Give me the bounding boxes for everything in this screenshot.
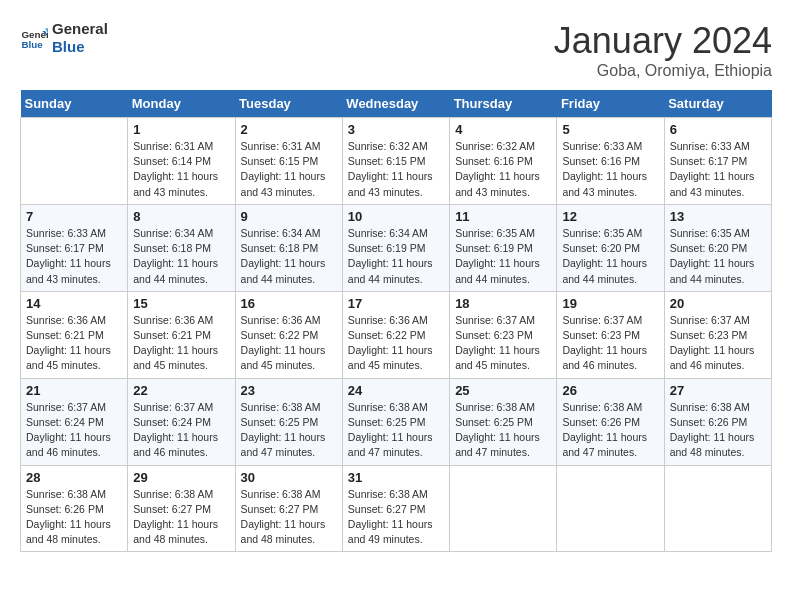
day-cell: 24 Sunrise: 6:38 AM Sunset: 6:25 PM Dayl… <box>342 378 449 465</box>
day-number: 7 <box>26 209 122 224</box>
day-number: 9 <box>241 209 337 224</box>
day-cell: 3 Sunrise: 6:32 AM Sunset: 6:15 PM Dayli… <box>342 118 449 205</box>
day-cell: 6 Sunrise: 6:33 AM Sunset: 6:17 PM Dayli… <box>664 118 771 205</box>
day-number: 23 <box>241 383 337 398</box>
day-info: Sunrise: 6:34 AM Sunset: 6:18 PM Dayligh… <box>241 226 337 287</box>
day-number: 4 <box>455 122 551 137</box>
day-cell: 15 Sunrise: 6:36 AM Sunset: 6:21 PM Dayl… <box>128 291 235 378</box>
logo: General Blue General Blue <box>20 20 108 56</box>
day-info: Sunrise: 6:37 AM Sunset: 6:24 PM Dayligh… <box>133 400 229 461</box>
day-info: Sunrise: 6:33 AM Sunset: 6:17 PM Dayligh… <box>670 139 766 200</box>
day-info: Sunrise: 6:35 AM Sunset: 6:20 PM Dayligh… <box>562 226 658 287</box>
day-cell: 9 Sunrise: 6:34 AM Sunset: 6:18 PM Dayli… <box>235 204 342 291</box>
day-cell: 18 Sunrise: 6:37 AM Sunset: 6:23 PM Dayl… <box>450 291 557 378</box>
day-number: 13 <box>670 209 766 224</box>
day-number: 12 <box>562 209 658 224</box>
header-saturday: Saturday <box>664 90 771 118</box>
day-number: 20 <box>670 296 766 311</box>
day-cell: 17 Sunrise: 6:36 AM Sunset: 6:22 PM Dayl… <box>342 291 449 378</box>
day-info: Sunrise: 6:34 AM Sunset: 6:19 PM Dayligh… <box>348 226 444 287</box>
day-info: Sunrise: 6:38 AM Sunset: 6:26 PM Dayligh… <box>562 400 658 461</box>
day-cell: 28 Sunrise: 6:38 AM Sunset: 6:26 PM Dayl… <box>21 465 128 552</box>
day-cell <box>450 465 557 552</box>
day-info: Sunrise: 6:38 AM Sunset: 6:26 PM Dayligh… <box>670 400 766 461</box>
day-info: Sunrise: 6:38 AM Sunset: 6:27 PM Dayligh… <box>348 487 444 548</box>
day-number: 26 <box>562 383 658 398</box>
day-cell: 1 Sunrise: 6:31 AM Sunset: 6:14 PM Dayli… <box>128 118 235 205</box>
day-cell: 16 Sunrise: 6:36 AM Sunset: 6:22 PM Dayl… <box>235 291 342 378</box>
day-cell: 11 Sunrise: 6:35 AM Sunset: 6:19 PM Dayl… <box>450 204 557 291</box>
calendar-table: Sunday Monday Tuesday Wednesday Thursday… <box>20 90 772 552</box>
day-info: Sunrise: 6:32 AM Sunset: 6:16 PM Dayligh… <box>455 139 551 200</box>
day-number: 5 <box>562 122 658 137</box>
day-info: Sunrise: 6:38 AM Sunset: 6:25 PM Dayligh… <box>348 400 444 461</box>
header-wednesday: Wednesday <box>342 90 449 118</box>
day-cell: 27 Sunrise: 6:38 AM Sunset: 6:26 PM Dayl… <box>664 378 771 465</box>
day-number: 17 <box>348 296 444 311</box>
header-thursday: Thursday <box>450 90 557 118</box>
day-cell: 29 Sunrise: 6:38 AM Sunset: 6:27 PM Dayl… <box>128 465 235 552</box>
location: Goba, Oromiya, Ethiopia <box>554 62 772 80</box>
day-cell: 22 Sunrise: 6:37 AM Sunset: 6:24 PM Dayl… <box>128 378 235 465</box>
day-info: Sunrise: 6:31 AM Sunset: 6:14 PM Dayligh… <box>133 139 229 200</box>
day-number: 16 <box>241 296 337 311</box>
day-info: Sunrise: 6:37 AM Sunset: 6:24 PM Dayligh… <box>26 400 122 461</box>
day-number: 10 <box>348 209 444 224</box>
day-cell: 26 Sunrise: 6:38 AM Sunset: 6:26 PM Dayl… <box>557 378 664 465</box>
day-info: Sunrise: 6:33 AM Sunset: 6:17 PM Dayligh… <box>26 226 122 287</box>
day-number: 11 <box>455 209 551 224</box>
day-cell: 10 Sunrise: 6:34 AM Sunset: 6:19 PM Dayl… <box>342 204 449 291</box>
day-info: Sunrise: 6:31 AM Sunset: 6:15 PM Dayligh… <box>241 139 337 200</box>
day-number: 25 <box>455 383 551 398</box>
day-cell: 13 Sunrise: 6:35 AM Sunset: 6:20 PM Dayl… <box>664 204 771 291</box>
day-number: 30 <box>241 470 337 485</box>
header-monday: Monday <box>128 90 235 118</box>
day-number: 3 <box>348 122 444 137</box>
week-row-2: 14 Sunrise: 6:36 AM Sunset: 6:21 PM Dayl… <box>21 291 772 378</box>
header-row: Sunday Monday Tuesday Wednesday Thursday… <box>21 90 772 118</box>
day-info: Sunrise: 6:38 AM Sunset: 6:27 PM Dayligh… <box>241 487 337 548</box>
day-number: 21 <box>26 383 122 398</box>
day-info: Sunrise: 6:38 AM Sunset: 6:27 PM Dayligh… <box>133 487 229 548</box>
day-number: 1 <box>133 122 229 137</box>
day-cell: 12 Sunrise: 6:35 AM Sunset: 6:20 PM Dayl… <box>557 204 664 291</box>
day-cell <box>664 465 771 552</box>
day-cell: 2 Sunrise: 6:31 AM Sunset: 6:15 PM Dayli… <box>235 118 342 205</box>
day-number: 18 <box>455 296 551 311</box>
day-number: 2 <box>241 122 337 137</box>
day-cell: 21 Sunrise: 6:37 AM Sunset: 6:24 PM Dayl… <box>21 378 128 465</box>
header-tuesday: Tuesday <box>235 90 342 118</box>
day-info: Sunrise: 6:36 AM Sunset: 6:21 PM Dayligh… <box>133 313 229 374</box>
week-row-1: 7 Sunrise: 6:33 AM Sunset: 6:17 PM Dayli… <box>21 204 772 291</box>
day-info: Sunrise: 6:37 AM Sunset: 6:23 PM Dayligh… <box>562 313 658 374</box>
page-header: General Blue General Blue January 2024 G… <box>20 20 772 80</box>
logo-icon: General Blue <box>20 24 48 52</box>
day-number: 24 <box>348 383 444 398</box>
day-number: 6 <box>670 122 766 137</box>
day-number: 27 <box>670 383 766 398</box>
day-info: Sunrise: 6:34 AM Sunset: 6:18 PM Dayligh… <box>133 226 229 287</box>
day-cell: 19 Sunrise: 6:37 AM Sunset: 6:23 PM Dayl… <box>557 291 664 378</box>
week-row-4: 28 Sunrise: 6:38 AM Sunset: 6:26 PM Dayl… <box>21 465 772 552</box>
day-cell: 31 Sunrise: 6:38 AM Sunset: 6:27 PM Dayl… <box>342 465 449 552</box>
day-info: Sunrise: 6:37 AM Sunset: 6:23 PM Dayligh… <box>670 313 766 374</box>
day-info: Sunrise: 6:37 AM Sunset: 6:23 PM Dayligh… <box>455 313 551 374</box>
day-cell: 14 Sunrise: 6:36 AM Sunset: 6:21 PM Dayl… <box>21 291 128 378</box>
day-info: Sunrise: 6:35 AM Sunset: 6:19 PM Dayligh… <box>455 226 551 287</box>
day-number: 8 <box>133 209 229 224</box>
day-number: 29 <box>133 470 229 485</box>
day-number: 28 <box>26 470 122 485</box>
header-sunday: Sunday <box>21 90 128 118</box>
day-number: 14 <box>26 296 122 311</box>
week-row-3: 21 Sunrise: 6:37 AM Sunset: 6:24 PM Dayl… <box>21 378 772 465</box>
day-cell: 5 Sunrise: 6:33 AM Sunset: 6:16 PM Dayli… <box>557 118 664 205</box>
day-cell <box>557 465 664 552</box>
title-area: January 2024 Goba, Oromiya, Ethiopia <box>554 20 772 80</box>
day-number: 19 <box>562 296 658 311</box>
day-info: Sunrise: 6:33 AM Sunset: 6:16 PM Dayligh… <box>562 139 658 200</box>
header-friday: Friday <box>557 90 664 118</box>
day-cell: 20 Sunrise: 6:37 AM Sunset: 6:23 PM Dayl… <box>664 291 771 378</box>
day-number: 22 <box>133 383 229 398</box>
day-info: Sunrise: 6:38 AM Sunset: 6:25 PM Dayligh… <box>241 400 337 461</box>
day-info: Sunrise: 6:36 AM Sunset: 6:22 PM Dayligh… <box>348 313 444 374</box>
